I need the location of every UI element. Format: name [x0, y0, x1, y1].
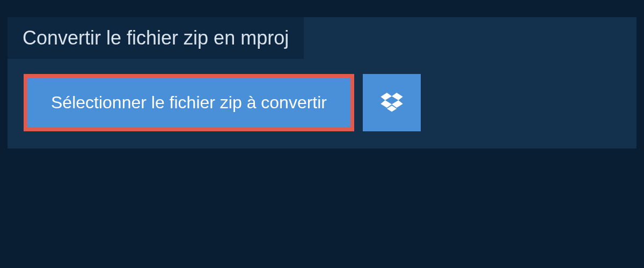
dropbox-icon — [380, 93, 403, 113]
button-row: Sélectionner le fichier zip à convertir — [8, 59, 636, 131]
main-panel: Convertir le fichier zip en mproj Sélect… — [8, 17, 636, 148]
select-file-button[interactable]: Sélectionner le fichier zip à convertir — [24, 74, 354, 131]
select-file-label: Sélectionner le fichier zip à convertir — [51, 93, 327, 113]
dropbox-button[interactable] — [363, 74, 421, 131]
page-title: Convertir le fichier zip en mproj — [23, 27, 289, 49]
title-bar: Convertir le fichier zip en mproj — [8, 17, 304, 59]
